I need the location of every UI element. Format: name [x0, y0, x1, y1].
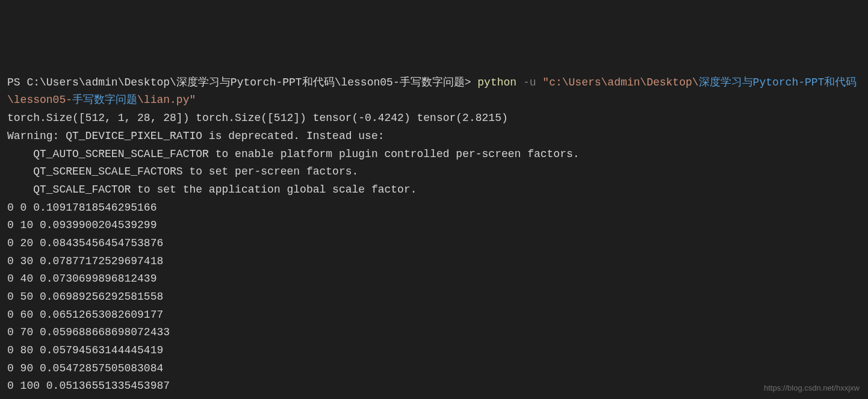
- tensor-output: torch.Size([512, 1, 28, 28]) torch.Size(…: [7, 112, 508, 124]
- loss-line-8: 0 80 0.05794563144445419: [7, 344, 163, 356]
- loss-line-6: 0 60 0.06512653082609177: [7, 309, 163, 321]
- warning-line-3: QT_SCALE_FACTOR to set the application g…: [7, 184, 417, 196]
- loss-line-0: 0 0 0.10917818546295166: [7, 202, 157, 214]
- prompt-gt: >: [465, 76, 478, 88]
- warning-line-0: Warning: QT_DEVICE_PIXEL_RATIO is deprec…: [7, 130, 385, 142]
- cmd-path-seg3: \lesson05-: [7, 94, 72, 106]
- cmd-path-seg2: op\: [679, 76, 698, 88]
- ps-prefix: PS: [7, 76, 26, 88]
- cmd-flag: -u: [516, 76, 542, 88]
- loss-line-9: 0 90 0.05472857505083084: [7, 362, 163, 374]
- loss-line-3: 0 30 0.07877172529697418: [7, 255, 163, 267]
- cmd-path-cjk2: 手写数字问题: [72, 94, 137, 106]
- loss-line-4: 0 40 0.0730699896812439: [7, 273, 157, 285]
- cmd-path-quote-open: ": [542, 76, 549, 88]
- cmd-path-seg4: \lian.py: [137, 94, 189, 106]
- cmd-path-quote-close: ": [189, 94, 196, 106]
- cmd-path-seg1: c:\Users\admin\Deskt: [549, 76, 679, 88]
- loss-line-1: 0 10 0.0939900204539299: [7, 219, 157, 231]
- loss-line-2: 0 20 0.08435456454753876: [7, 237, 163, 249]
- watermark-text: https://blog.csdn.net/hxxjxw: [764, 382, 860, 394]
- loss-line-5: 0 50 0.06989256292581558: [7, 291, 163, 303]
- cmd-path-cjk1: 深度学习与Pytorch-PPT和代码: [699, 76, 857, 88]
- prompt-line: PS C:\Users\admin\Desktop\深度学习与Pytorch-P…: [7, 76, 857, 107]
- cwd-path: C:\Users\admin\Desktop\深度学习与Pytorch-PPT和…: [26, 76, 464, 88]
- cmd-python: python: [477, 76, 516, 88]
- loss-line-7: 0 70 0.059688668698072433: [7, 326, 170, 338]
- warning-line-1: QT_AUTO_SCREEN_SCALE_FACTOR to enable pl…: [7, 148, 580, 160]
- terminal-output[interactable]: PS C:\Users\admin\Desktop\深度学习与Pytorch-P…: [7, 74, 861, 399]
- loss-line-10: 0 100 0.05136551335453987: [7, 380, 170, 392]
- warning-line-2: QT_SCREEN_SCALE_FACTORS to set per-scree…: [7, 165, 358, 178]
